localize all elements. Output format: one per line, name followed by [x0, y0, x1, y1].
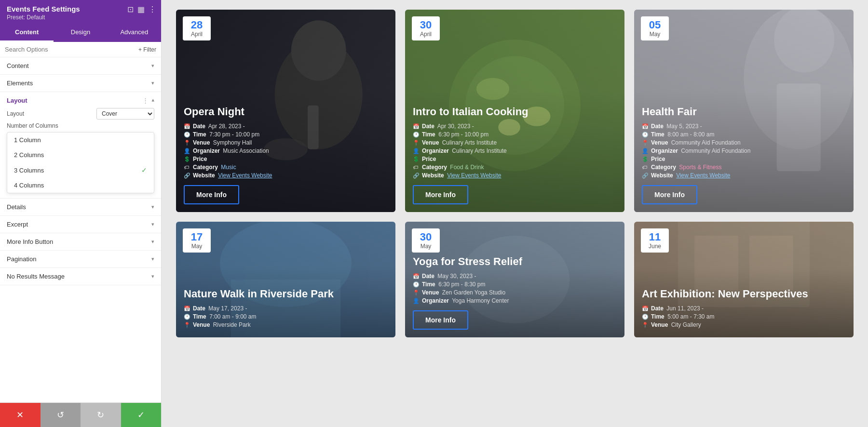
more-info-button-1[interactable]: More Info — [184, 185, 239, 204]
event-5-time: 🕐 Time 6:30 pm - 8:30 pm — [413, 281, 617, 288]
event-2-month: April — [417, 31, 435, 38]
column-option-4[interactable]: 4 Columns — [7, 178, 154, 193]
event-card-3: 05 May Health Fair 📅 Date May 5, 2023 - … — [634, 10, 854, 212]
event-3-venue: 📍 Venue Community Aid Foundation — [642, 139, 846, 146]
date-badge-5: 30 May — [412, 228, 440, 253]
chevron-details: ▾ — [151, 204, 154, 210]
layout-select[interactable]: Cover List Grid — [96, 108, 154, 120]
location-icon-5: 📍 — [413, 290, 420, 296]
chevron-pagination: ▾ — [151, 256, 154, 262]
layout-options-icon[interactable]: ⋮ — [142, 97, 149, 104]
location-icon-6: 📍 — [642, 322, 649, 328]
search-bar: + Filter — [0, 42, 161, 57]
column-1-label: 1 Column — [14, 136, 41, 144]
date-badge-3: 05 May — [641, 16, 669, 40]
location-icon-2: 📍 — [413, 140, 420, 146]
event-3-time: 🕐 Time 8:00 am - 8:00 am — [642, 131, 846, 138]
event-1-price: 💲 Price — [184, 156, 388, 162]
tab-content[interactable]: Content — [0, 24, 54, 42]
column-option-3[interactable]: 3 Columns ✓ — [7, 162, 154, 178]
chevron-layout[interactable]: ▾ — [151, 97, 154, 104]
svg-point-2 — [291, 20, 346, 80]
event-6-title: Art Exhibition: New Perspectives — [642, 288, 846, 300]
event-3-organizer: 👤 Organizer Community Aid Foundation — [642, 147, 846, 154]
more-options-icon[interactable]: ⋮ — [149, 5, 156, 14]
column-3-label: 3 Columns — [14, 167, 44, 174]
selected-check-icon: ✓ — [141, 166, 147, 174]
price-icon: 💲 — [184, 156, 190, 162]
section-excerpt[interactable]: Excerpt ▾ — [0, 216, 161, 233]
layout-label: Layout — [7, 110, 24, 117]
sidebar: Events Feed Settings Preset: Default ⊡ ▦… — [0, 0, 162, 427]
website-icon-3: 🔗 — [642, 173, 649, 179]
more-info-button-5[interactable]: More Info — [413, 310, 468, 330]
layout-icon[interactable]: ▦ — [137, 5, 145, 14]
event-1-organizer: 👤 Organizer Music Association — [184, 147, 388, 154]
cancel-button[interactable]: ✕ — [0, 403, 41, 427]
event-3-day: 05 — [646, 19, 664, 31]
event-4-day: 17 — [188, 231, 206, 243]
redo-button[interactable]: ↻ — [81, 403, 121, 427]
search-input[interactable] — [5, 46, 136, 53]
tab-advanced[interactable]: Advanced — [108, 24, 161, 42]
section-details[interactable]: Details ▾ — [0, 199, 161, 216]
event-1-day: 28 — [188, 19, 206, 31]
layout-section-label: Layout — [7, 97, 27, 104]
event-6-time: 🕐 Time 5:00 am - 7:30 am — [642, 313, 846, 320]
section-excerpt-label: Excerpt — [7, 221, 28, 228]
event-5-date: 📅 Date May 30, 2023 - — [413, 273, 617, 280]
clock-icon-5: 🕐 — [413, 281, 420, 288]
more-info-button-2[interactable]: More Info — [413, 185, 468, 204]
section-content[interactable]: Content ▾ — [0, 57, 161, 75]
event-3-price: 💲 Price — [642, 156, 846, 162]
chevron-more-info: ▾ — [151, 239, 154, 245]
date-badge-1: 28 April — [183, 16, 211, 40]
category-icon: 🏷 — [184, 164, 190, 170]
column-4-label: 4 Columns — [14, 182, 44, 189]
event-5-venue: 📍 Venue Zen Garden Yoga Studio — [413, 289, 617, 296]
event-3-content: Health Fair 📅 Date May 5, 2023 - 🕐 Time … — [634, 98, 854, 212]
clock-icon: 🕐 — [184, 132, 190, 138]
chevron-elements: ▾ — [151, 80, 154, 86]
sidebar-header-icons: ⊡ ▦ ⋮ — [127, 5, 156, 14]
sidebar-preset[interactable]: Preset: Default — [7, 14, 154, 21]
layout-header-icons: ⋮ ▾ — [142, 97, 154, 104]
event-2-website: 🔗 Website View Events Website — [413, 172, 617, 179]
layout-section-header[interactable]: Layout ⋮ ▾ — [7, 97, 154, 104]
resize-icon[interactable]: ⊡ — [127, 5, 134, 14]
section-elements[interactable]: Elements ▾ — [0, 75, 161, 92]
section-content-label: Content — [7, 62, 29, 69]
reset-button[interactable]: ↺ — [41, 403, 81, 427]
clock-icon-2: 🕐 — [413, 132, 420, 138]
section-more-info[interactable]: More Info Button ▾ — [0, 233, 161, 251]
event-2-price: 💲 Price — [413, 156, 617, 162]
event-4-title: Nature Walk in Riverside Park — [184, 288, 388, 300]
section-no-results[interactable]: No Results Message ▾ — [0, 268, 161, 285]
column-option-2[interactable]: 2 Columns — [7, 147, 154, 162]
event-2-organizer: 👤 Organizer Culinary Arts Institute — [413, 147, 617, 154]
section-pagination[interactable]: Pagination ▾ — [0, 251, 161, 268]
event-2-venue: 📍 Venue Culinary Arts Institute — [413, 139, 617, 146]
calendar-icon-6: 📅 — [642, 306, 649, 312]
events-grid: 28 April Opera Night 📅 Date Apr 28, 2023… — [176, 10, 854, 337]
event-6-month: June — [646, 243, 664, 250]
website-icon-2: 🔗 — [413, 173, 420, 179]
save-button[interactable]: ✓ — [121, 403, 162, 427]
sidebar-tabs: Content Design Advanced — [0, 24, 161, 42]
columns-dropdown: 1 Column 2 Columns 3 Columns ✓ 4 Columns — [7, 132, 154, 193]
more-info-button-3[interactable]: More Info — [642, 185, 697, 204]
event-1-website: 🔗 Website View Events Website — [184, 172, 388, 179]
event-card-1: 28 April Opera Night 📅 Date Apr 28, 2023… — [176, 10, 395, 212]
event-1-month: April — [188, 31, 206, 38]
column-option-1[interactable]: 1 Column — [7, 133, 154, 147]
location-icon-3: 📍 — [642, 140, 649, 146]
event-5-content: Yoga for Stress Relief 📅 Date May 30, 20… — [405, 248, 624, 337]
event-card-4: 17 May Nature Walk in Riverside Park 📅 D… — [176, 222, 395, 337]
tab-design[interactable]: Design — [54, 24, 107, 42]
organizer-icon-3: 👤 — [642, 148, 649, 154]
chevron-excerpt: ▾ — [151, 221, 154, 227]
section-layout: Layout ⋮ ▾ Layout Cover List Grid Number… — [0, 92, 161, 199]
event-4-content: Nature Walk in Riverside Park 📅 Date May… — [176, 280, 395, 337]
event-6-content: Art Exhibition: New Perspectives 📅 Date … — [634, 280, 854, 337]
filter-button[interactable]: + Filter — [138, 46, 156, 53]
